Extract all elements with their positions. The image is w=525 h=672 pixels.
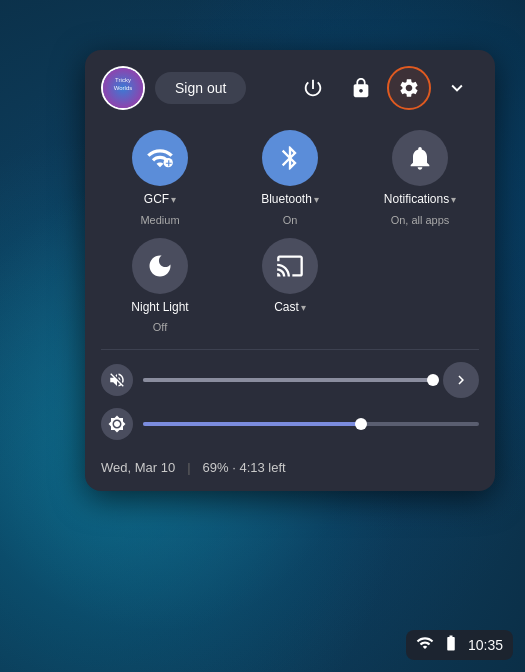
gcf-label: GCF	[144, 192, 169, 208]
wifi-icon	[146, 144, 174, 172]
brightness-fill	[143, 422, 361, 426]
notifications-label: Notifications	[384, 192, 449, 208]
svg-text:Tricky: Tricky	[115, 77, 131, 83]
cast-caret: ▾	[301, 302, 306, 313]
volume-slider-row	[101, 362, 479, 398]
top-bar: Tricky Worlds Sign out	[101, 66, 479, 110]
notifications-sublabel: On, all apps	[391, 214, 450, 226]
gcf-sublabel: Medium	[140, 214, 179, 226]
divider	[101, 349, 479, 350]
toggle-cast[interactable]: Cast ▾	[231, 238, 349, 334]
brightness-track[interactable]	[143, 422, 479, 426]
toggle-notifications[interactable]: Notifications ▾ On, all apps	[361, 130, 479, 226]
gcf-caret: ▾	[171, 194, 176, 205]
bluetooth-circle	[262, 130, 318, 186]
bluetooth-icon	[276, 144, 304, 172]
status-battery: 69% · 4:13 left	[203, 460, 286, 475]
notifications-icon	[406, 144, 434, 172]
svg-point-3	[164, 158, 173, 167]
top-icons-group	[291, 66, 479, 110]
cast-icon	[276, 252, 304, 280]
bluetooth-sublabel: On	[283, 214, 298, 226]
wifi-tray-icon	[416, 634, 434, 656]
status-bar: Wed, Mar 10 | 69% · 4:13 left	[101, 456, 479, 475]
volume-track[interactable]	[143, 378, 433, 382]
night-light-icon	[146, 252, 174, 280]
brightness-thumb	[355, 418, 367, 430]
svg-text:Worlds: Worlds	[114, 85, 133, 91]
status-date: Wed, Mar 10	[101, 460, 175, 475]
bluetooth-label: Bluetooth	[261, 192, 312, 208]
volume-thumb	[427, 374, 439, 386]
settings-button[interactable]	[387, 66, 431, 110]
power-button[interactable]	[291, 66, 335, 110]
brightness-icon-btn[interactable]	[101, 408, 133, 440]
volume-next-button[interactable]	[443, 362, 479, 398]
lock-button[interactable]	[339, 66, 383, 110]
toggles-grid: GCF ▾ Medium Bluetooth ▾ On Notification…	[101, 130, 479, 333]
system-tray: 10:35	[406, 630, 513, 660]
toggle-night-light[interactable]: Night Light Off	[101, 238, 219, 334]
night-light-sublabel: Off	[153, 321, 167, 333]
cast-label: Cast	[274, 300, 299, 316]
sliders-section	[101, 362, 479, 440]
night-light-circle	[132, 238, 188, 294]
tray-clock: 10:35	[468, 637, 503, 653]
volume-mute-icon	[108, 371, 126, 389]
chevron-right-icon	[452, 371, 470, 389]
toggle-gcf[interactable]: GCF ▾ Medium	[101, 130, 219, 226]
quick-settings-panel: Tricky Worlds Sign out	[85, 50, 495, 491]
battery-tray-icon	[442, 634, 460, 656]
night-light-label: Night Light	[131, 300, 188, 316]
volume-fill	[143, 378, 433, 382]
power-icon	[302, 77, 324, 99]
gcf-circle	[132, 130, 188, 186]
sign-out-button[interactable]: Sign out	[155, 72, 246, 104]
expand-button[interactable]	[435, 66, 479, 110]
avatar[interactable]: Tricky Worlds	[101, 66, 145, 110]
cast-circle	[262, 238, 318, 294]
chevron-down-icon	[446, 77, 468, 99]
notifications-caret: ▾	[451, 194, 456, 205]
settings-icon	[398, 77, 420, 99]
notifications-circle	[392, 130, 448, 186]
toggle-bluetooth[interactable]: Bluetooth ▾ On	[231, 130, 349, 226]
bluetooth-caret: ▾	[314, 194, 319, 205]
avatar-image: Tricky Worlds	[103, 68, 143, 108]
brightness-icon	[108, 415, 126, 433]
lock-icon	[350, 77, 372, 99]
status-divider: |	[187, 460, 190, 475]
volume-mute-icon-btn[interactable]	[101, 364, 133, 396]
brightness-slider-row	[101, 408, 479, 440]
